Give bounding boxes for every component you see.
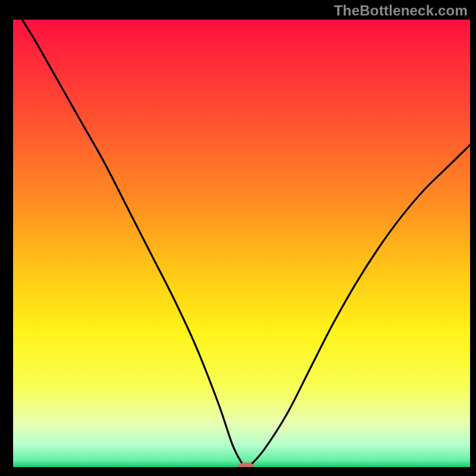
- bottleneck-chart: [0, 0, 476, 476]
- chart-frame: TheBottleneck.com: [0, 0, 476, 476]
- watermark-label: TheBottleneck.com: [334, 2, 468, 19]
- plot-background: [13, 20, 470, 467]
- optimal-point-marker: [238, 462, 255, 472]
